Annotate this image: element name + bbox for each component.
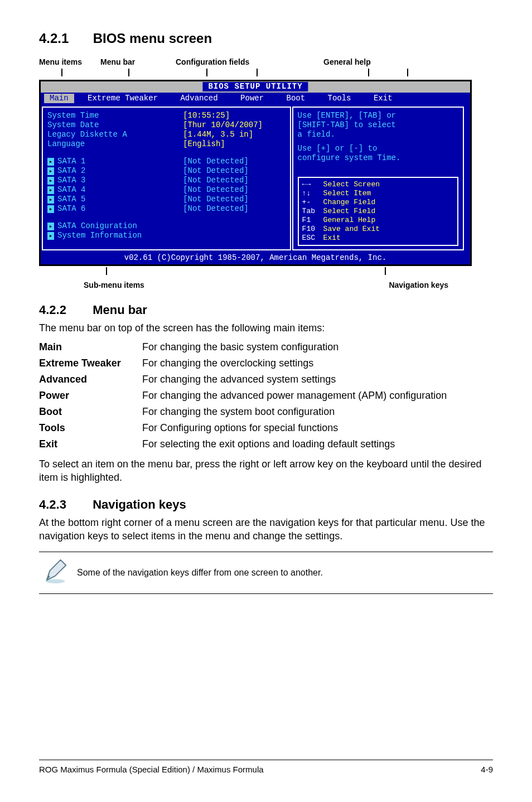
- bios-submenu-sata1[interactable]: SATA 1 [Not Detected]: [47, 157, 286, 166]
- bios-submenu-sata4[interactable]: SATA 4 [Not Detected]: [47, 185, 286, 195]
- bios-submenu-system-info[interactable]: System Information: [47, 231, 286, 240]
- field-label: System Information: [47, 231, 183, 240]
- navkey-key: F10: [302, 225, 323, 234]
- callout-ticks-top: [39, 69, 493, 80]
- field-label: System Time: [47, 111, 183, 120]
- bios-menu-main[interactable]: Main: [44, 94, 74, 103]
- def-desc: For changing the advanced power manageme…: [142, 388, 447, 404]
- navkey-key: F1: [302, 216, 323, 225]
- callout-menu-items: Menu items: [39, 57, 100, 66]
- field-label: Language: [47, 139, 183, 149]
- def-desc: For changing the basic system configurat…: [142, 339, 447, 355]
- navkey-desc: Select Screen: [323, 180, 380, 189]
- def-row-power: Power For changing the advanced power ma…: [39, 388, 447, 404]
- def-label: Tools: [39, 420, 142, 436]
- field-value: [Not Detected]: [183, 195, 285, 204]
- def-row-boot: Boot For changing the system boot config…: [39, 404, 447, 420]
- heading-title: BIOS menu screen: [93, 31, 212, 46]
- heading-4-2-2: 4.2.2 Menu bar: [39, 303, 493, 317]
- navigation-keys-body: At the bottom right corner of a menu scr…: [39, 516, 493, 543]
- def-desc: For selecting the exit options and loadi…: [142, 436, 447, 452]
- field-value: [Not Detected]: [183, 157, 285, 166]
- page-footer: ROG Maximus Formula (Special Edition) / …: [39, 760, 493, 774]
- bios-nav-keys-box: ←→Select Screen ↑↓Select Item +-Change F…: [298, 177, 458, 246]
- def-label: Exit: [39, 436, 142, 452]
- bios-menu-exit[interactable]: Exit: [365, 94, 402, 103]
- bios-footer: v02.61 (C)Copyright 1985-2007, American …: [41, 252, 470, 264]
- bios-menu-power[interactable]: Power: [231, 94, 273, 103]
- field-label: SATA 3: [47, 176, 183, 185]
- bios-submenu-sata3[interactable]: SATA 3 [Not Detected]: [47, 176, 286, 185]
- field-value: [Not Detected]: [183, 204, 285, 214]
- callout-general-help: General help: [323, 57, 371, 66]
- navkey-desc: General Help: [323, 216, 376, 224]
- note-text: Some of the navigation keys differ from …: [68, 568, 323, 578]
- navkey-key: ↑↓: [302, 189, 323, 198]
- def-desc: For changing the overclocking settings: [142, 355, 447, 371]
- heading-number: 4.2.2: [39, 303, 89, 317]
- field-value[interactable]: [English]: [183, 139, 285, 149]
- def-label: Extreme Tweaker: [39, 355, 142, 371]
- navkey-desc: Select Item: [323, 189, 371, 197]
- bios-menu-boot[interactable]: Boot: [278, 94, 315, 103]
- bios-menu-bar[interactable]: Main Extreme Tweaker Advanced Power Boot…: [41, 93, 470, 105]
- field-label: SATA 5: [47, 195, 183, 204]
- bios-menu-tools[interactable]: Tools: [319, 94, 360, 103]
- field-label: SATA 6: [47, 204, 183, 214]
- menu-bar-intro: The menu bar on top of the screen has th…: [39, 322, 493, 335]
- bios-title-bar: BIOS SETUP UTILITY: [41, 81, 470, 93]
- def-desc: For Configuring options for special func…: [142, 420, 447, 436]
- def-row-tools: Tools For Configuring options for specia…: [39, 420, 447, 436]
- help-line: a field.: [298, 130, 458, 139]
- field-label: SATA 1: [47, 157, 183, 166]
- bios-screenshot: BIOS SETUP UTILITY Main Extreme Tweaker …: [39, 80, 472, 266]
- heading-number: 4.2.1: [39, 31, 89, 46]
- bios-field-system-time[interactable]: System Time [10:55:25]: [47, 111, 286, 120]
- callout-config-fields: Configuration fields: [176, 57, 323, 66]
- note-box: Some of the navigation keys differ from …: [39, 552, 493, 594]
- navkey-desc: Change Field: [323, 198, 376, 206]
- def-row-main: Main For changing the basic system confi…: [39, 339, 447, 355]
- heading-number: 4.2.3: [39, 497, 89, 512]
- field-value: [Not Detected]: [183, 176, 285, 185]
- def-label: Power: [39, 388, 142, 404]
- callout-ticks-bottom: [39, 266, 493, 277]
- bios-lower-callouts: Sub-menu items Navigation keys: [39, 281, 493, 289]
- bios-field-system-date[interactable]: System Date [Thur 10/04/2007]: [47, 120, 286, 130]
- bios-menu-extreme[interactable]: Extreme Tweaker: [79, 94, 167, 103]
- navkey-key: ESC: [302, 234, 323, 243]
- field-value[interactable]: [1.44M, 3.5 in]: [183, 130, 285, 139]
- navkey-desc: Save and Exit: [323, 225, 380, 233]
- bios-menu-advanced[interactable]: Advanced: [171, 94, 226, 103]
- bios-field-language[interactable]: Language [English]: [47, 139, 286, 149]
- def-label: Main: [39, 339, 142, 355]
- field-value: [Not Detected]: [183, 166, 285, 176]
- field-value[interactable]: [Thur 10/04/2007]: [183, 120, 285, 130]
- bios-submenu-sata6[interactable]: SATA 6 [Not Detected]: [47, 204, 286, 214]
- def-row-advanced: Advanced For changing the advanced syste…: [39, 371, 447, 388]
- field-label: SATA Coniguration: [47, 221, 183, 231]
- callout-sub-menu-items: Sub-menu items: [84, 281, 144, 289]
- field-value[interactable]: [10:55:25]: [183, 111, 285, 120]
- pencil-icon: [42, 559, 68, 587]
- navkey-desc: Exit: [323, 234, 341, 242]
- field-label: Legacy Diskette A: [47, 130, 183, 139]
- callout-navigation-keys: Navigation keys: [389, 281, 448, 289]
- bios-help-panel: Use [ENTER], [TAB] or [SHIFT-TAB] to sel…: [292, 107, 464, 250]
- def-label: Boot: [39, 404, 142, 420]
- bios-submenu-sata5[interactable]: SATA 5 [Not Detected]: [47, 195, 286, 204]
- callout-menu-bar: Menu bar: [100, 57, 176, 66]
- navkey-key: +-: [302, 198, 323, 207]
- footer-product: ROG Maximus Formula (Special Edition) / …: [39, 765, 264, 774]
- menu-bar-outro: To select an item on the menu bar, press…: [39, 458, 493, 484]
- heading-4-2-1: 4.2.1 BIOS menu screen: [39, 31, 493, 46]
- bios-callout-labels: Menu items Menu bar Configuration fields…: [39, 57, 493, 66]
- def-desc: For changing the system boot configurati…: [142, 404, 447, 420]
- bios-field-legacy-diskette[interactable]: Legacy Diskette A [1.44M, 3.5 in]: [47, 130, 286, 139]
- field-label: System Date: [47, 120, 183, 130]
- help-line: Use [ENTER], [TAB] or: [298, 111, 458, 120]
- bios-submenu-sata2[interactable]: SATA 2 [Not Detected]: [47, 166, 286, 176]
- def-row-extreme-tweaker: Extreme Tweaker For changing the overclo…: [39, 355, 447, 371]
- bios-submenu-sata-config[interactable]: SATA Coniguration: [47, 221, 286, 231]
- help-line: configure system Time.: [298, 153, 458, 163]
